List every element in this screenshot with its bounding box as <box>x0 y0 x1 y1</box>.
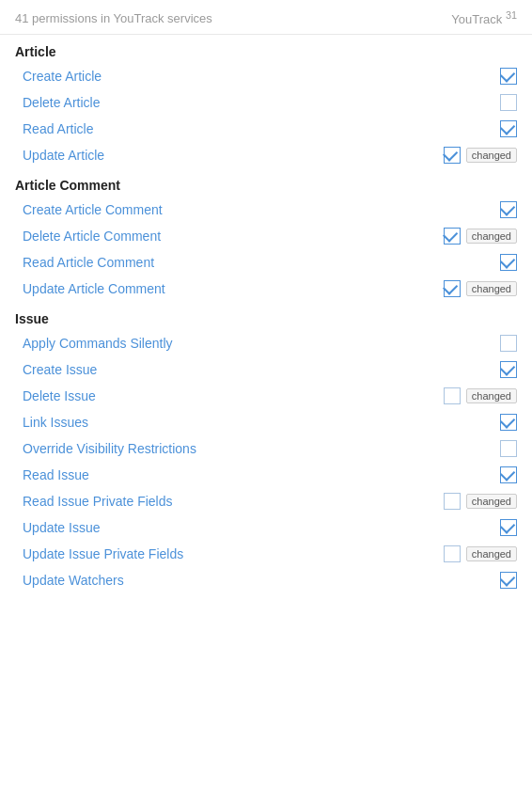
permission-right: changed <box>423 280 517 297</box>
changed-badge: changed <box>466 148 517 163</box>
table-row: Update Articlechanged <box>0 142 532 168</box>
table-row: Link Issues <box>0 409 532 435</box>
permission-checkbox[interactable] <box>444 147 461 164</box>
permission-name: Create Article <box>23 69 423 84</box>
permission-checkbox[interactable] <box>444 280 461 297</box>
permission-right: changed <box>423 545 517 562</box>
permission-checkbox[interactable] <box>500 94 517 111</box>
table-row: Read Issue Private Fieldschanged <box>0 488 532 514</box>
permission-right <box>423 201 517 218</box>
table-row: Read Article <box>0 116 532 142</box>
permission-name: Apply Commands Silently <box>23 336 423 351</box>
permission-name: Delete Issue <box>23 388 423 403</box>
permission-right <box>423 120 517 137</box>
header-count: 41 permissions in YouTrack services <box>15 11 212 25</box>
permission-name: Delete Article Comment <box>23 229 423 244</box>
permission-checkbox[interactable] <box>500 440 517 457</box>
permission-checkbox[interactable] <box>500 201 517 218</box>
permission-right <box>423 519 517 536</box>
changed-badge: changed <box>466 229 517 244</box>
permission-checkbox[interactable] <box>500 254 517 271</box>
permission-right <box>423 94 517 111</box>
permission-name: Update Issue <box>23 520 423 535</box>
permission-checkbox[interactable] <box>500 335 517 352</box>
permission-right: changed <box>423 228 517 245</box>
table-row: Create Article <box>0 63 532 89</box>
permission-right <box>423 335 517 352</box>
table-row: Create Issue <box>0 356 532 383</box>
permission-checkbox[interactable] <box>444 545 461 562</box>
changed-badge: changed <box>466 281 517 296</box>
permission-right: changed <box>423 493 517 510</box>
table-row: Update Issue Private Fieldschanged <box>0 541 532 567</box>
table-row: Delete Article Commentchanged <box>0 223 532 249</box>
permission-checkbox[interactable] <box>500 68 517 85</box>
table-row: Override Visibility Restrictions <box>0 435 532 462</box>
permission-checkbox[interactable] <box>444 493 461 510</box>
permission-checkbox[interactable] <box>444 228 461 245</box>
permission-name: Update Article Comment <box>23 281 423 296</box>
table-row: Update Watchers <box>0 567 532 593</box>
section-header-article-comment: Article Comment <box>0 168 532 197</box>
permission-name: Link Issues <box>23 415 423 430</box>
permission-name: Delete Article <box>23 95 423 110</box>
section-header-article: Article <box>0 35 532 63</box>
permission-name: Update Issue Private Fields <box>23 546 423 561</box>
header-service: YouTrack 31 <box>451 9 517 26</box>
permission-name: Create Issue <box>23 362 423 377</box>
changed-badge: changed <box>466 546 517 561</box>
permission-right <box>423 254 517 271</box>
permission-name: Override Visibility Restrictions <box>23 441 423 456</box>
permission-checkbox[interactable] <box>500 414 517 431</box>
table-row: Update Issue <box>0 514 532 541</box>
table-row: Apply Commands Silently <box>0 330 532 356</box>
permission-checkbox[interactable] <box>500 572 517 589</box>
section-header-issue: Issue <box>0 302 532 330</box>
permission-name: Read Issue Private Fields <box>23 494 423 509</box>
permission-name: Read Issue <box>23 467 423 482</box>
permission-name: Update Article <box>23 148 423 163</box>
permission-right <box>423 466 517 483</box>
permission-name: Create Article Comment <box>23 202 423 217</box>
table-row: Delete Article <box>0 89 532 116</box>
permission-right <box>423 572 517 589</box>
changed-badge: changed <box>466 388 517 403</box>
permission-checkbox[interactable] <box>500 361 517 378</box>
table-row: Update Article Commentchanged <box>0 276 532 302</box>
table-row: Read Article Comment <box>0 249 532 276</box>
header-row: 41 permissions in YouTrack services YouT… <box>0 0 532 35</box>
permission-checkbox[interactable] <box>500 519 517 536</box>
permission-name: Read Article <box>23 121 423 136</box>
permission-right <box>423 68 517 85</box>
permission-checkbox[interactable] <box>444 387 461 404</box>
permission-right <box>423 361 517 378</box>
permission-right <box>423 440 517 457</box>
changed-badge: changed <box>466 494 517 509</box>
permission-right: changed <box>423 147 517 164</box>
permission-right <box>423 414 517 431</box>
permissions-container: ArticleCreate ArticleDelete ArticleRead … <box>0 35 532 593</box>
permission-name: Update Watchers <box>23 573 423 588</box>
table-row: Create Article Comment <box>0 197 532 223</box>
table-row: Read Issue <box>0 462 532 488</box>
permission-name: Read Article Comment <box>23 255 423 270</box>
permission-checkbox[interactable] <box>500 120 517 137</box>
table-row: Delete Issuechanged <box>0 383 532 409</box>
permission-checkbox[interactable] <box>500 466 517 483</box>
permission-right: changed <box>423 387 517 404</box>
